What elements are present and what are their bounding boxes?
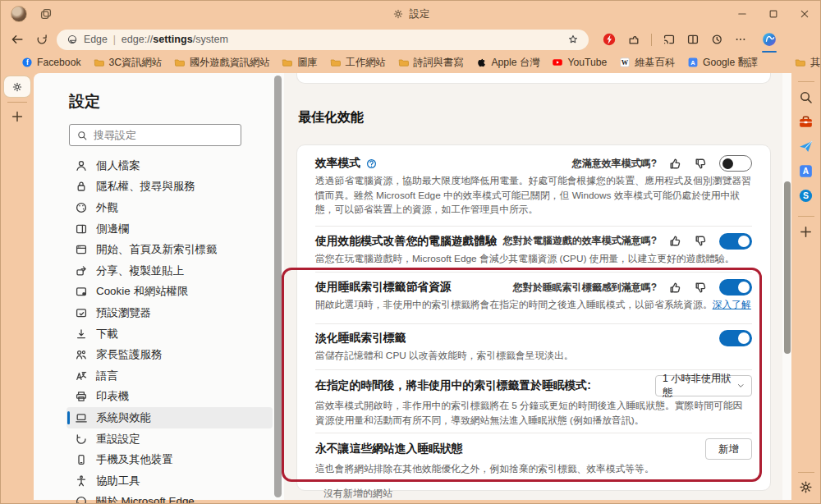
bookmark-label: 維基百科 [635, 56, 675, 70]
sidebar-item-appearance[interactable]: 外觀 [67, 197, 273, 218]
help-icon[interactable] [365, 158, 378, 170]
bookmark-label: 圖庫 [297, 56, 317, 70]
back-button[interactable] [7, 30, 27, 49]
efficiency-mode-toggle[interactable] [719, 155, 752, 172]
bookmark-3c-info[interactable]: 3C資訊網站 [94, 56, 162, 70]
close-button[interactable] [789, 1, 820, 27]
thumbs-down-icon[interactable] [694, 281, 708, 295]
sidebar-item-printers[interactable]: 印表機 [67, 387, 273, 408]
maximize-button[interactable] [758, 1, 789, 27]
wikipedia-icon: W [619, 57, 631, 68]
learn-more-link[interactable]: 深入了解 [713, 299, 751, 310]
thumbs-up-icon[interactable] [668, 157, 682, 171]
content-scrollbar-track[interactable] [782, 73, 791, 500]
sidebar-item-languages[interactable]: 語言 [67, 365, 273, 387]
minimize-button[interactable] [727, 1, 758, 27]
browser-window: 設定 Edge | edge://settings/system [0, 0, 821, 504]
settings-content: 最佳化效能 效率模式 您滿意效率模式嗎? [284, 73, 791, 500]
sidebar-item-reset-settings[interactable]: 重設設定 [67, 428, 273, 450]
efficiency-mode-section: 效率模式 您滿意效率模式嗎? 透過節省電腦資源，協助最大限度地降低用電量。好處可… [315, 145, 752, 226]
bookmark-work-sites[interactable]: 工作網站 [330, 56, 386, 70]
toolbar-divider [651, 34, 652, 46]
bookmark-google-translate[interactable]: AGoogle 翻譯 [687, 56, 758, 70]
address-bar[interactable]: Edge | edge://settings/system [57, 30, 589, 50]
more-menu-icon[interactable] [734, 33, 747, 46]
rail-toolbox-icon[interactable] [798, 114, 814, 130]
folder-icon [330, 57, 342, 68]
bookmark-youtube[interactable]: YouTube [552, 57, 607, 68]
sidebar-item-accessibility[interactable]: 協助工具 [67, 470, 273, 492]
rail-add-icon[interactable] [798, 224, 814, 240]
content-scrollbar-thumb[interactable] [784, 181, 791, 354]
bookmark-gallery[interactable]: 圖庫 [282, 56, 317, 70]
bookmark-wikipedia[interactable]: W維基百科 [619, 56, 675, 70]
url-text: edge://settings/system [122, 34, 228, 45]
copilot-icon[interactable] [761, 31, 777, 48]
never-sleep-section: 永不讓這些網站進入睡眠狀態 新增 這也會將網站排除在其他效能優化之外，例如捨棄的… [315, 433, 752, 504]
active-tab[interactable]: 設定 [1, 1, 820, 27]
fade-tabs-toggle[interactable] [719, 330, 752, 346]
thumbs-up-icon[interactable] [668, 281, 682, 295]
cast-icon[interactable] [663, 33, 676, 46]
split-screen-icon[interactable] [686, 33, 699, 46]
sidebar-item-system-performance[interactable]: 系統與效能 [67, 407, 273, 428]
gaming-mode-toggle[interactable] [719, 233, 752, 250]
sidebar-scrollbar[interactable] [274, 76, 282, 497]
settings-search-input[interactable] [94, 129, 234, 141]
sidebar-item-privacy[interactable]: 隱私權、搜尋與服務 [67, 176, 273, 198]
bookmark-label: 詩詞與書寫 [414, 56, 464, 70]
bookmark-other-favorites[interactable]: 其他 [我的最愛] [795, 56, 821, 70]
sleeping-tabs-toggle[interactable] [719, 279, 752, 296]
bookmark-facebook[interactable]: fFacebook [21, 57, 81, 68]
sidebar-item-sidebar[interactable]: 側邊欄 [67, 218, 273, 240]
extension-badge-icon[interactable] [602, 32, 617, 47]
add-site-button[interactable]: 新增 [705, 438, 752, 460]
bookmark-foreign-game-info[interactable]: 國外遊戲資訊網站 [174, 56, 270, 70]
thumbs-down-icon[interactable] [694, 234, 708, 248]
thumbs-down-icon[interactable] [694, 157, 708, 171]
settings-sidebar: 設定 個人檔案隱私權、搜尋與服務外觀側邊欄開始、首頁及新索引標籤分享、複製並貼上… [34, 73, 284, 500]
lock-icon [75, 180, 88, 193]
sidebar-item-about[interactable]: 關於 Microsoft Edge [67, 492, 273, 504]
workspaces-icon[interactable] [35, 3, 57, 25]
bookmark-poetry-writing[interactable]: 詩詞與書寫 [398, 56, 464, 70]
sidebar-item-start-home-newtab[interactable]: 開始、首頁及新索引標籤 [67, 239, 273, 260]
phone-icon [75, 453, 88, 466]
folder-icon [94, 57, 105, 68]
rail-skype-icon[interactable]: S [798, 188, 814, 204]
refresh-button[interactable] [32, 30, 52, 49]
favorite-star-icon[interactable] [567, 34, 579, 45]
sidebar-item-phone-devices[interactable]: 手機及其他裝置 [67, 449, 273, 470]
gaming-mode-title: 使用效能模式改善您的電腦遊戲體驗 [315, 234, 497, 249]
rail-search-icon[interactable] [798, 89, 814, 105]
sidebar-item-family-safety[interactable]: 家長監護服務 [67, 344, 273, 365]
svg-text:S: S [803, 191, 809, 200]
profile-avatar[interactable] [11, 6, 27, 22]
url-brand: Edge [84, 34, 108, 45]
extensions-puzzle-icon[interactable] [627, 33, 640, 46]
apple-icon [475, 57, 487, 68]
thumbs-up-icon[interactable] [668, 234, 682, 248]
sidebar-item-cookies-permissions[interactable]: Cookie 和網站權限 [67, 282, 273, 303]
settings-search-box[interactable] [69, 124, 241, 146]
sidebar-item-label: 分享、複製並貼上 [96, 263, 184, 278]
sidebar-item-profiles[interactable]: 個人檔案 [67, 155, 273, 176]
vertical-tab-settings[interactable] [4, 76, 30, 97]
rail-icons: AS [798, 89, 814, 213]
window-body: 設定 個人檔案隱私權、搜尋與服務外觀側邊欄開始、首頁及新索引標籤分享、複製並貼上… [1, 73, 820, 500]
sleep-timeout-section: 在指定的時間後，將非使用中的索引標籤置於睡眠模式: 1 小時非使用狀態 當效率模… [315, 369, 752, 433]
sidebar-item-share-copy-paste[interactable]: 分享、複製並貼上 [67, 260, 273, 282]
sleep-timeout-dropdown[interactable]: 1 小時非使用狀態 [655, 375, 752, 396]
efficiency-feedback-label: 您滿意效率模式嗎? [572, 157, 657, 171]
folder-icon [282, 57, 293, 68]
rail-drop-icon[interactable] [798, 139, 814, 154]
sidebar-item-default-browser[interactable]: 預設瀏覽器 [67, 302, 273, 323]
sidebar-item-label: 協助工具 [96, 474, 140, 488]
sidebar-item-downloads[interactable]: 下載 [67, 323, 273, 345]
history-icon[interactable] [710, 33, 723, 46]
bookmark-apple-taiwan[interactable]: Apple 台灣 [475, 56, 539, 70]
rail-settings-gear-icon[interactable] [798, 479, 814, 495]
sidebar-item-label: 重設設定 [96, 432, 140, 447]
rail-translate-icon[interactable]: A [798, 163, 814, 179]
new-tab-button[interactable] [10, 109, 25, 124]
